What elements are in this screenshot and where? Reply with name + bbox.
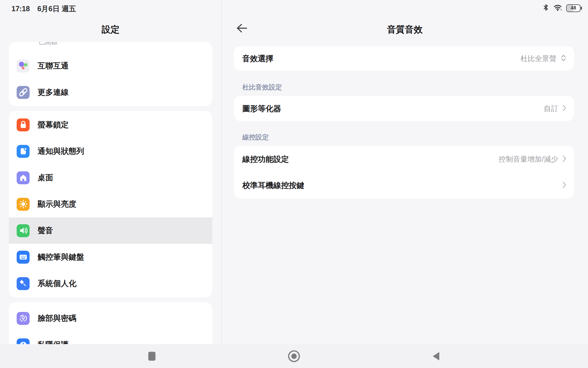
equalizer-value: 自訂 [544,104,558,113]
display-brightness-icon [17,198,30,211]
battery-percent: 48 [571,5,576,11]
calibrate-headset-buttons-row[interactable]: 校準耳機線控按鍵 [234,172,574,198]
sound-effect-card: 音效選擇 杜比全景聲 [234,46,574,71]
sound-quality-panel: 音質音效 音效選擇 杜比全景聲 杜比音效設定 圖形等化器 自訂 [222,0,588,344]
recents-button[interactable] [135,344,169,368]
sidebar-item-personalization[interactable]: 系統個人化 [9,270,212,297]
row-label: 音效選擇 [242,53,273,64]
screen-lock-icon [17,118,30,131]
settings-group-system: 螢幕鎖定 通知與狀態列 [9,111,212,297]
sidebar-item-interconnect[interactable]: 互聯互通 [9,53,212,79]
navigation-bar [0,344,588,368]
wire-control-function-row[interactable]: 線控功能設定 控制音量增加/減少 [234,146,574,172]
chevron-right-icon [562,104,567,113]
home-nav-icon [288,350,300,363]
sidebar-item-label: 通知與狀態列 [38,146,84,156]
row-label: 校準耳機線控按鍵 [242,180,304,191]
sound-icon [17,224,30,237]
sidebar-item-label: 觸控筆與鍵盤 [38,252,84,262]
settings-title: 設定 [0,24,221,36]
wire-control-section-header: 線控設定 [242,133,269,142]
face-password-icon [17,312,30,325]
settings-group-connectivity: 已開啟 互聯互通 [9,42,212,106]
graphic-equalizer-row[interactable]: 圖形等化器 自訂 [234,96,574,121]
sidebar-item-notifications[interactable]: 通知與狀態列 [9,138,212,164]
clipped-list-item-text: 已開啟 [39,42,212,46]
back-triangle-icon [432,352,440,361]
sidebar-item-label: 顯示與亮度 [38,199,76,209]
sidebar-item-label: 系統個人化 [38,278,76,289]
settings-list: 已開啟 互聯互通 [9,42,212,358]
sound-effect-select-row[interactable]: 音效選擇 杜比全景聲 [234,46,574,71]
sidebar-item-stylus-keyboard[interactable]: 觸控筆與鍵盤 [9,244,212,270]
recents-icon [148,352,156,361]
home-button[interactable] [277,344,311,368]
stylus-keyboard-icon [17,251,30,264]
sidebar-item-display-brightness[interactable]: 顯示與亮度 [9,191,212,217]
sidebar-item-screen-lock[interactable]: 螢幕鎖定 [9,112,212,138]
chevron-right-icon [562,181,567,190]
sidebar-item-label: 聲音 [38,225,53,236]
sidebar-item-label: 臉部與密碼 [38,313,76,323]
interconnect-icon [17,60,30,72]
sidebar-item-face-password[interactable]: 臉部與密碼 [9,305,212,331]
sidebar-item-sound[interactable]: 聲音 [9,217,212,244]
sidebar-item-label: 互聯互通 [38,61,69,71]
more-connections-icon [17,86,30,99]
personalization-icon [17,277,30,290]
chevron-right-icon [562,155,567,164]
sidebar-item-label: 螢幕鎖定 [38,120,69,130]
row-label: 圖形等化器 [242,103,281,114]
chevron-up-down-icon [560,53,567,64]
home-screen-icon [17,171,30,184]
row-label: 線控功能設定 [242,154,289,164]
settings-list-panel: 設定 已開啟 互聯互通 [0,0,221,344]
sidebar-item-label: 桌面 [38,172,53,183]
notifications-icon [17,145,30,158]
back-nav-button[interactable] [419,344,453,368]
sidebar-item-label: 更多連線 [38,87,69,97]
sidebar-item-more-connections[interactable]: 更多連線 [9,79,212,106]
sidebar-item-home-screen[interactable]: 桌面 [9,164,212,191]
equalizer-card: 圖形等化器 自訂 [234,96,574,121]
page-title: 音質音效 [222,24,588,36]
selected-sound-effect-value: 杜比全景聲 [521,54,556,63]
wire-control-function-value: 控制音量增加/減少 [499,154,558,164]
wire-control-card: 線控功能設定 控制音量增加/減少 校準耳機線控按鍵 [234,146,574,199]
dolby-section-header: 杜比音效設定 [242,83,282,92]
